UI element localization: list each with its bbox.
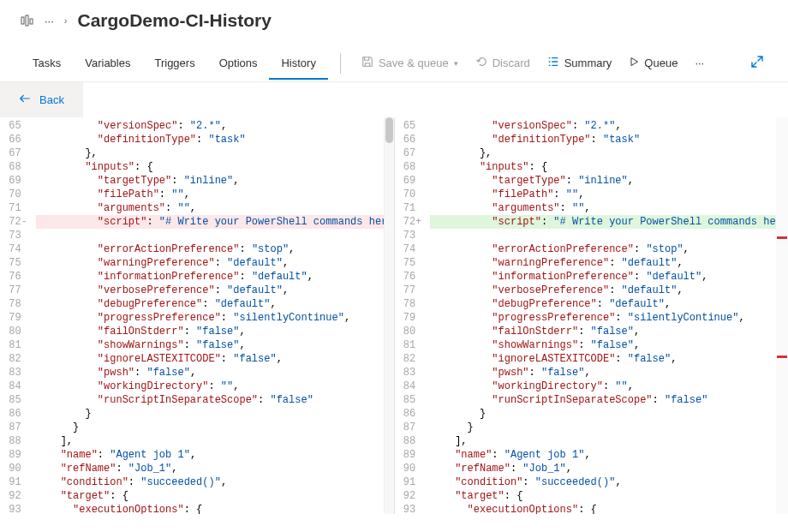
diff-pane-right[interactable]: 65 66 67 68 69 70 71 72+ 73 74 75 76 77 … bbox=[394, 117, 789, 514]
tabs-bar: Tasks Variables Triggers Options History… bbox=[0, 45, 788, 82]
list-icon bbox=[547, 56, 559, 70]
line-gutter-left: 65 66 67 68 69 70 71 72- 73 74 75 76 77 … bbox=[0, 117, 36, 514]
diff-pane-left[interactable]: 65 66 67 68 69 70 71 72- 73 74 75 76 77 … bbox=[0, 117, 394, 514]
tab-triggers[interactable]: Triggers bbox=[142, 46, 206, 80]
tab-history[interactable]: History bbox=[269, 46, 327, 80]
scrollbar-left[interactable] bbox=[384, 117, 394, 514]
save-queue-button[interactable]: Save & queue ▾ bbox=[353, 56, 467, 70]
discard-button[interactable]: Discard bbox=[467, 56, 539, 70]
tab-variables[interactable]: Variables bbox=[73, 46, 142, 80]
more-actions[interactable]: ··· bbox=[686, 57, 713, 69]
pipelines-icon[interactable] bbox=[21, 14, 34, 27]
breadcrumb-ellipsis[interactable]: ··· bbox=[45, 15, 54, 27]
svg-rect-0 bbox=[21, 17, 24, 24]
chevron-right-icon: › bbox=[64, 15, 68, 26]
expand-icon[interactable] bbox=[750, 55, 767, 71]
arrow-left-icon bbox=[19, 93, 31, 107]
summary-button[interactable]: Summary bbox=[539, 56, 621, 70]
discard-label: Discard bbox=[493, 57, 530, 69]
queue-button[interactable]: Queue bbox=[620, 57, 686, 69]
queue-label: Queue bbox=[644, 57, 678, 69]
page-title: CargoDemo-CI-History bbox=[78, 10, 272, 31]
svg-rect-1 bbox=[26, 15, 28, 26]
minimap-right[interactable] bbox=[776, 117, 788, 514]
svg-rect-2 bbox=[30, 19, 33, 24]
back-label: Back bbox=[39, 93, 64, 106]
line-gutter-right: 65 66 67 68 69 70 71 72+ 73 74 75 76 77 … bbox=[395, 117, 431, 514]
code-right[interactable]: "versionSpec": "2.*", "definitionType": … bbox=[430, 117, 788, 514]
diff-viewer: 65 66 67 68 69 70 71 72- 73 74 75 76 77 … bbox=[0, 117, 788, 514]
chevron-down-icon: ▾ bbox=[454, 59, 458, 68]
play-icon bbox=[629, 57, 639, 69]
save-icon bbox=[361, 56, 373, 70]
tab-options[interactable]: Options bbox=[207, 46, 270, 80]
save-queue-label: Save & queue bbox=[379, 57, 449, 69]
undo-icon bbox=[475, 56, 487, 70]
back-button[interactable]: Back bbox=[0, 82, 83, 117]
separator bbox=[340, 53, 341, 74]
breadcrumb: ··· › CargoDemo-CI-History bbox=[0, 0, 788, 45]
code-left[interactable]: "versionSpec": "2.*", "definitionType": … bbox=[36, 117, 394, 514]
tab-tasks[interactable]: Tasks bbox=[21, 46, 73, 80]
summary-label: Summary bbox=[564, 57, 612, 69]
